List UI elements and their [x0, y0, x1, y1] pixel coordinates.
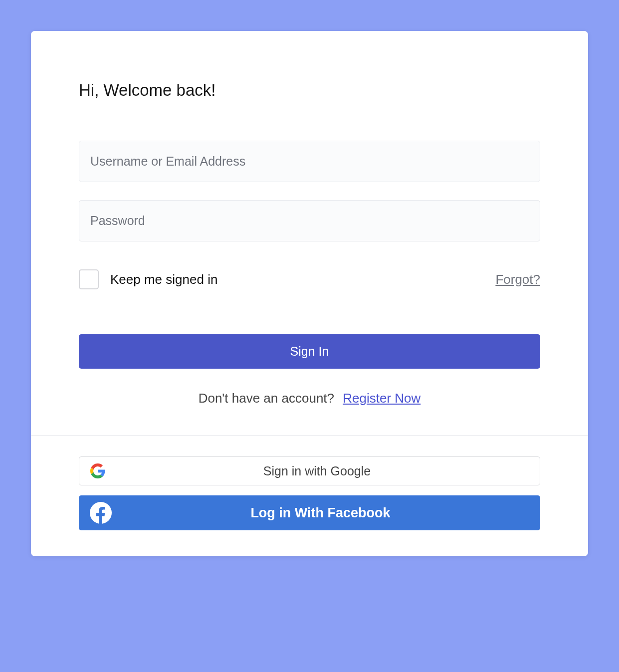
facebook-icon [90, 502, 112, 524]
keep-signed-label[interactable]: Keep me signed in [110, 272, 217, 287]
facebook-login-button[interactable]: Log in With Facebook [79, 495, 540, 530]
signup-row: Don't have an account? Register Now [79, 391, 540, 406]
login-heading: Hi, Welcome back! [79, 81, 540, 100]
social-login-footer: Sign in with Google Log in With Facebook [31, 435, 588, 556]
facebook-login-label: Log in With Facebook [112, 505, 529, 521]
keep-signed-wrap: Keep me signed in [79, 269, 217, 289]
google-signin-button[interactable]: Sign in with Google [79, 456, 540, 485]
login-card-body: Hi, Welcome back! Keep me signed in Forg… [31, 31, 588, 435]
google-signin-label: Sign in with Google [105, 464, 529, 478]
signin-button[interactable]: Sign In [79, 334, 540, 369]
keep-signed-checkbox[interactable] [79, 269, 99, 289]
username-field[interactable] [79, 141, 540, 182]
login-card: Hi, Welcome back! Keep me signed in Forg… [31, 31, 588, 556]
register-link[interactable]: Register Now [343, 391, 420, 406]
forgot-link[interactable]: Forgot? [495, 272, 540, 287]
google-icon [90, 463, 105, 478]
password-field[interactable] [79, 200, 540, 241]
options-row: Keep me signed in Forgot? [79, 269, 540, 289]
signup-prompt: Don't have an account? [199, 391, 334, 406]
